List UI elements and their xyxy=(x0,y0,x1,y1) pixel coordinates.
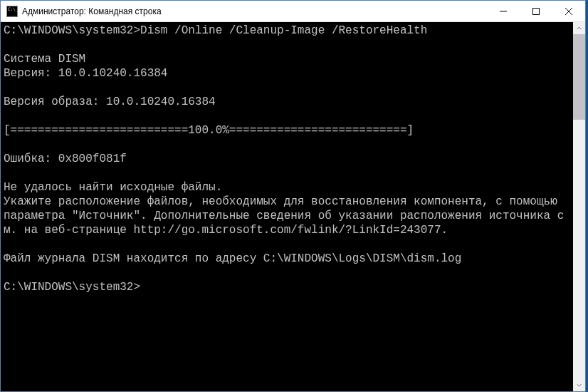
titlebar[interactable]: Администратор: Командная строка xyxy=(1,1,585,22)
scroll-up-button[interactable] xyxy=(573,22,585,34)
maximize-button[interactable] xyxy=(520,1,552,21)
window-title: Администратор: Командная строка xyxy=(22,6,162,16)
minimize-icon xyxy=(500,8,507,15)
terminal-area[interactable]: C:\WINDOWS\system32>Dism /Online /Cleanu… xyxy=(1,22,585,391)
vertical-scrollbar[interactable] xyxy=(573,22,585,391)
chevron-down-icon xyxy=(577,383,582,388)
terminal-output: C:\WINDOWS\system32>Dism /Online /Cleanu… xyxy=(1,22,573,391)
terminal-line: Ошибка: 0x800f081f xyxy=(4,153,127,165)
terminal-line: Не удалось найти исходные файлы. xyxy=(4,181,222,194)
terminal-line: Укажите расположение файлов, необходимых… xyxy=(4,195,564,237)
terminal-line: [==========================100.0%=======… xyxy=(4,124,414,137)
chevron-up-icon xyxy=(577,26,582,31)
terminal-line: Файл журнала DISM находится по адресу C:… xyxy=(4,252,461,265)
command-prompt-window: Администратор: Командная строка C:\WINDO… xyxy=(0,0,586,392)
scroll-track[interactable] xyxy=(573,34,585,379)
close-button[interactable] xyxy=(552,1,585,21)
scroll-down-button[interactable] xyxy=(573,379,585,391)
terminal-line: C:\WINDOWS\system32>Dism /Online /Cleanu… xyxy=(4,24,427,37)
svg-rect-1 xyxy=(533,8,540,14)
scroll-thumb[interactable] xyxy=(573,34,585,120)
terminal-line: Cистема DISM xyxy=(4,53,85,66)
terminal-line: C:\WINDOWS\system32> xyxy=(4,281,140,294)
window-controls xyxy=(487,1,585,21)
terminal-line: Версия образа: 10.0.10240.16384 xyxy=(4,96,216,108)
close-icon xyxy=(565,8,572,15)
cmd-icon xyxy=(6,6,18,17)
terminal-line: Версия: 10.0.10240.16384 xyxy=(4,67,167,80)
maximize-icon xyxy=(532,8,540,15)
minimize-button[interactable] xyxy=(487,1,520,21)
